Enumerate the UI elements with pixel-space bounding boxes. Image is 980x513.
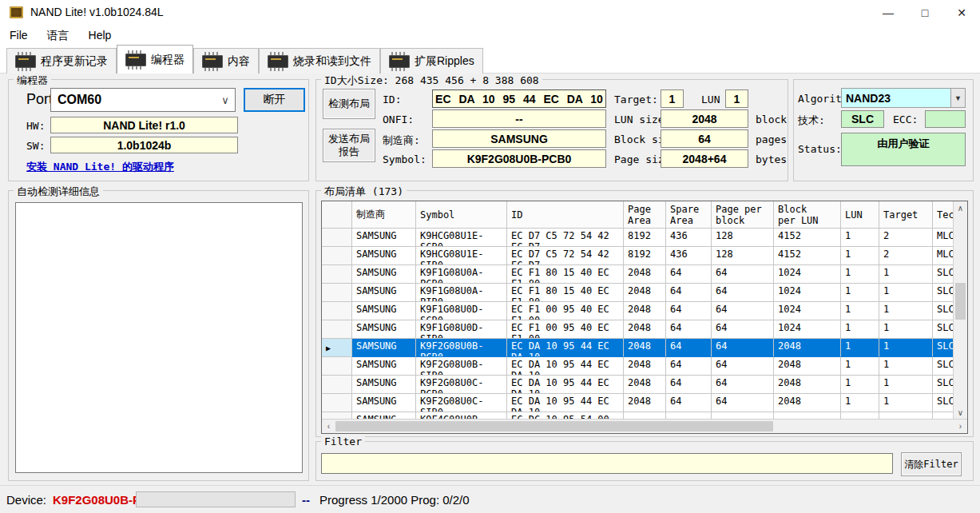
table-cell[interactable]: 1 xyxy=(841,376,879,394)
minimize-button[interactable]: — xyxy=(870,0,907,26)
table-header-cell[interactable]: Target xyxy=(879,201,933,229)
table-cell[interactable]: 1 xyxy=(841,302,879,320)
table-cell[interactable]: 1 xyxy=(841,339,879,357)
table-cell[interactable]: SLC xyxy=(933,339,954,357)
table-cell[interactable]: 4152 xyxy=(774,229,841,247)
scroll-down-icon[interactable]: ∨ xyxy=(954,406,967,420)
table-cell[interactable]: EC DA 10 95 44 EC DA 10 xyxy=(507,339,624,357)
table-cell[interactable]: SLC xyxy=(933,265,954,284)
tab-4[interactable]: 扩展Ripples xyxy=(380,48,483,74)
row-selector-cell[interactable] xyxy=(322,302,352,320)
table-cell[interactable]: 1 xyxy=(879,265,933,284)
table-cell[interactable]: K9F1G08U0A-PIB0 xyxy=(416,284,507,302)
table-cell[interactable]: MLC xyxy=(933,229,954,247)
table-cell[interactable]: 2048 xyxy=(624,284,666,302)
table-cell[interactable]: 64 xyxy=(712,320,774,339)
table-cell[interactable]: 1024 xyxy=(774,284,841,302)
table-cell[interactable]: 1 xyxy=(879,320,933,339)
row-selector-cell[interactable] xyxy=(322,265,352,284)
menu-item-2[interactable]: Help xyxy=(79,26,121,46)
table-cell[interactable]: EC D7 C5 72 54 42 EC D7 xyxy=(507,247,624,265)
vertical-scroll-thumb[interactable] xyxy=(955,283,966,320)
table-cell[interactable]: 64 xyxy=(666,394,712,412)
table-cell[interactable]: 436 xyxy=(666,247,712,265)
table-row[interactable]: SAMSUNGK9F2G08U0B-SIB0EC DA 10 95 44 EC … xyxy=(322,357,954,376)
table-cell[interactable]: 64 xyxy=(666,320,712,339)
row-selector-cell[interactable] xyxy=(322,394,352,412)
row-selector-cell[interactable] xyxy=(322,247,352,265)
table-row[interactable]: SAMSUNGK9HCG08U1E-SIB0EC D7 C5 72 54 42 … xyxy=(322,247,954,265)
horizontal-scrollbar[interactable]: ‹ › xyxy=(322,419,967,433)
table-row[interactable]: SAMSUNGK9HCG08U1E-SCB0EC D7 C5 72 54 42 … xyxy=(322,229,954,247)
table-cell[interactable]: SAMSUNG xyxy=(352,302,416,320)
row-selector-cell[interactable] xyxy=(322,229,352,247)
table-cell[interactable]: 2048 xyxy=(774,376,841,394)
table-cell[interactable]: SLC xyxy=(933,320,954,339)
table-cell[interactable]: 64 xyxy=(666,265,712,284)
table-cell[interactable]: SAMSUNG xyxy=(352,229,416,247)
row-selector-cell[interactable] xyxy=(322,357,352,376)
close-button[interactable]: ✕ xyxy=(943,0,980,26)
table-cell[interactable]: SAMSUNG xyxy=(352,247,416,265)
vertical-scrollbar[interactable]: ∧ ∨ xyxy=(953,201,967,420)
table-cell[interactable]: SAMSUNG xyxy=(352,339,416,357)
scroll-right-icon[interactable]: › xyxy=(954,420,967,433)
table-cell[interactable]: 64 xyxy=(666,339,712,357)
table-cell[interactable]: SAMSUNG xyxy=(352,357,416,376)
scroll-up-icon[interactable]: ∧ xyxy=(954,201,967,215)
menu-item-1[interactable]: 语言 xyxy=(38,26,79,46)
table-cell[interactable]: SAMSUNG xyxy=(352,320,416,339)
row-selector-cell[interactable] xyxy=(322,320,352,339)
install-driver-link[interactable]: 安装 NAND Lite! 的驱动程序 xyxy=(26,160,174,174)
tab-1[interactable]: 编程器 xyxy=(117,45,193,74)
table-cell[interactable]: 1 xyxy=(879,302,933,320)
menu-item-0[interactable]: File xyxy=(0,26,38,46)
table-cell[interactable]: 2048 xyxy=(624,320,666,339)
table-header-cell[interactable]: 制造商 xyxy=(352,201,416,229)
table-cell[interactable]: K9F2G08U0B-SIB0 xyxy=(416,357,507,376)
table-cell[interactable]: 1 xyxy=(879,284,933,302)
table-cell[interactable]: EC DA 10 95 44 EC DA 10 xyxy=(507,376,624,394)
table-cell[interactable]: 64 xyxy=(666,376,712,394)
table-cell[interactable]: 128 xyxy=(712,229,774,247)
detect-layout-button[interactable]: 检测布局 xyxy=(323,89,375,119)
table-row[interactable]: SAMSUNGK9F2G08U0C-SIB0EC DA 10 95 44 EC … xyxy=(322,394,954,412)
table-cell[interactable]: 1 xyxy=(841,229,879,247)
scroll-left-icon[interactable]: ‹ xyxy=(322,420,335,433)
table-cell[interactable]: 2048 xyxy=(624,394,666,412)
algorithm-combobox[interactable]: NAND23 ▼ xyxy=(841,88,966,108)
maximize-button[interactable]: □ xyxy=(907,0,943,26)
table-row[interactable]: SAMSUNGK9F2G08U0C-PCB0EC DA 10 95 44 EC … xyxy=(322,376,954,394)
table-cell[interactable]: 2048 xyxy=(774,357,841,376)
table-cell[interactable]: EC F1 80 15 40 EC F1 80 xyxy=(507,284,624,302)
table-cell[interactable]: 64 xyxy=(666,284,712,302)
row-selector-current-icon[interactable]: ▶ xyxy=(322,339,352,357)
table-cell[interactable]: SAMSUNG xyxy=(352,376,416,394)
table-cell[interactable]: K9F2G08U0B-PCB0 xyxy=(416,339,507,357)
table-cell[interactable]: 1024 xyxy=(774,320,841,339)
table-cell[interactable]: 2048 xyxy=(624,302,666,320)
table-cell[interactable]: 1 xyxy=(841,247,879,265)
table-row[interactable]: ▶SAMSUNGK9F2G08U0B-PCB0EC DA 10 95 44 EC… xyxy=(322,339,954,357)
row-selector-cell[interactable] xyxy=(322,284,352,302)
table-cell[interactable]: SLC xyxy=(933,394,954,412)
table-cell[interactable]: 2 xyxy=(879,229,933,247)
table-cell[interactable]: 1024 xyxy=(774,302,841,320)
send-layout-report-button[interactable]: 发送布局 报告 xyxy=(323,129,375,162)
table-cell[interactable]: K9F2G08U0C-PCB0 xyxy=(416,376,507,394)
table-cell[interactable]: 64 xyxy=(712,357,774,376)
table-header-cell[interactable]: ID xyxy=(507,201,624,229)
table-cell[interactable]: 2048 xyxy=(624,376,666,394)
table-cell[interactable]: 2048 xyxy=(774,394,841,412)
table-header-cell[interactable]: Page Area xyxy=(624,201,666,229)
table-cell[interactable]: 64 xyxy=(666,302,712,320)
table-row[interactable]: SAMSUNGK9F1G08U0A-PIB0EC F1 80 15 40 EC … xyxy=(322,284,954,302)
table-cell[interactable]: 64 xyxy=(666,357,712,376)
filter-input[interactable] xyxy=(321,453,893,474)
table-cell[interactable]: 2048 xyxy=(624,265,666,284)
table-cell[interactable]: 8192 xyxy=(624,247,666,265)
table-cell[interactable]: 1024 xyxy=(774,265,841,284)
table-cell[interactable]: 64 xyxy=(712,339,774,357)
table-cell[interactable]: 64 xyxy=(712,302,774,320)
table-cell[interactable]: SLC xyxy=(933,376,954,394)
